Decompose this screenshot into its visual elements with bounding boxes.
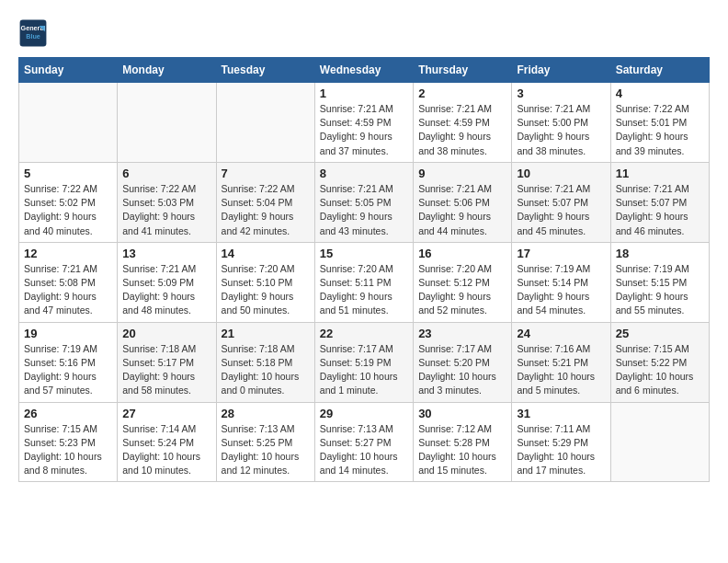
day-info: Sunrise: 7:15 AM Sunset: 5:23 PM Dayligh… <box>24 422 112 478</box>
day-number: 15 <box>320 247 408 260</box>
calendar-cell: 20Sunrise: 7:18 AM Sunset: 5:17 PM Dayli… <box>118 322 216 402</box>
day-info: Sunrise: 7:11 AM Sunset: 5:29 PM Dayligh… <box>517 422 605 478</box>
day-number: 30 <box>418 407 506 420</box>
day-info: Sunrise: 7:17 AM Sunset: 5:20 PM Dayligh… <box>418 342 506 398</box>
calendar-cell <box>118 83 216 163</box>
calendar-cell: 23Sunrise: 7:17 AM Sunset: 5:20 PM Dayli… <box>414 322 512 402</box>
calendar-cell: 16Sunrise: 7:20 AM Sunset: 5:12 PM Dayli… <box>414 242 512 322</box>
day-number: 28 <box>222 407 310 420</box>
calendar-cell <box>610 402 709 482</box>
day-number: 19 <box>24 327 112 340</box>
day-number: 26 <box>24 407 112 420</box>
calendar-cell: 8Sunrise: 7:21 AM Sunset: 5:05 PM Daylig… <box>314 162 413 242</box>
day-number: 20 <box>122 327 210 340</box>
calendar-table: SundayMondayTuesdayWednesdayThursdayFrid… <box>18 57 710 482</box>
calendar-cell: 7Sunrise: 7:22 AM Sunset: 5:04 PM Daylig… <box>216 162 314 242</box>
day-info: Sunrise: 7:21 AM Sunset: 5:06 PM Dayligh… <box>418 182 506 238</box>
day-number: 13 <box>122 247 210 260</box>
week-row-4: 19Sunrise: 7:19 AM Sunset: 5:16 PM Dayli… <box>19 322 710 402</box>
day-number: 24 <box>517 327 605 340</box>
day-number: 5 <box>24 167 112 180</box>
day-info: Sunrise: 7:21 AM Sunset: 4:59 PM Dayligh… <box>320 102 408 158</box>
calendar-cell: 9Sunrise: 7:21 AM Sunset: 5:06 PM Daylig… <box>414 162 512 242</box>
weekday-header-monday: Monday <box>118 58 216 83</box>
day-info: Sunrise: 7:13 AM Sunset: 5:25 PM Dayligh… <box>222 422 310 478</box>
weekday-header-thursday: Thursday <box>414 58 512 83</box>
day-number: 1 <box>320 86 408 100</box>
calendar-cell: 1Sunrise: 7:21 AM Sunset: 4:59 PM Daylig… <box>314 83 413 163</box>
calendar-cell: 30Sunrise: 7:12 AM Sunset: 5:28 PM Dayli… <box>414 402 512 482</box>
day-number: 6 <box>122 167 210 180</box>
day-info: Sunrise: 7:20 AM Sunset: 5:12 PM Dayligh… <box>418 262 506 318</box>
calendar-cell: 27Sunrise: 7:14 AM Sunset: 5:24 PM Dayli… <box>118 402 216 482</box>
calendar-cell: 21Sunrise: 7:18 AM Sunset: 5:18 PM Dayli… <box>216 322 314 402</box>
day-info: Sunrise: 7:21 AM Sunset: 5:07 PM Dayligh… <box>616 182 704 238</box>
calendar-cell: 25Sunrise: 7:15 AM Sunset: 5:22 PM Dayli… <box>610 322 709 402</box>
calendar-cell: 2Sunrise: 7:21 AM Sunset: 4:59 PM Daylig… <box>414 83 512 163</box>
weekday-header-wednesday: Wednesday <box>314 58 413 83</box>
svg-text:Blue: Blue <box>26 32 40 40</box>
day-number: 3 <box>517 86 605 100</box>
day-number: 23 <box>418 327 506 340</box>
calendar-cell: 10Sunrise: 7:21 AM Sunset: 5:07 PM Dayli… <box>512 162 610 242</box>
day-number: 8 <box>320 167 408 180</box>
day-number: 14 <box>222 247 310 260</box>
weekday-header-row: SundayMondayTuesdayWednesdayThursdayFrid… <box>19 58 710 83</box>
day-info: Sunrise: 7:22 AM Sunset: 5:03 PM Dayligh… <box>122 182 210 238</box>
day-number: 29 <box>320 407 408 420</box>
calendar-cell: 31Sunrise: 7:11 AM Sunset: 5:29 PM Dayli… <box>512 402 610 482</box>
calendar-cell: 5Sunrise: 7:22 AM Sunset: 5:02 PM Daylig… <box>19 162 118 242</box>
day-info: Sunrise: 7:22 AM Sunset: 5:04 PM Dayligh… <box>222 182 310 238</box>
day-info: Sunrise: 7:21 AM Sunset: 5:00 PM Dayligh… <box>517 102 605 158</box>
calendar-cell: 11Sunrise: 7:21 AM Sunset: 5:07 PM Dayli… <box>610 162 709 242</box>
calendar-cell: 29Sunrise: 7:13 AM Sunset: 5:27 PM Dayli… <box>314 402 413 482</box>
day-number: 22 <box>320 327 408 340</box>
day-info: Sunrise: 7:13 AM Sunset: 5:27 PM Dayligh… <box>320 422 408 478</box>
day-info: Sunrise: 7:16 AM Sunset: 5:21 PM Dayligh… <box>517 342 605 398</box>
calendar-cell: 14Sunrise: 7:20 AM Sunset: 5:10 PM Dayli… <box>216 242 314 322</box>
day-number: 31 <box>517 407 605 420</box>
calendar-cell <box>216 83 314 163</box>
day-number: 18 <box>616 247 704 260</box>
logo-icon: General Blue <box>18 18 48 48</box>
calendar-cell: 19Sunrise: 7:19 AM Sunset: 5:16 PM Dayli… <box>19 322 118 402</box>
day-info: Sunrise: 7:21 AM Sunset: 5:09 PM Dayligh… <box>122 262 210 318</box>
day-info: Sunrise: 7:17 AM Sunset: 5:19 PM Dayligh… <box>320 342 408 398</box>
day-info: Sunrise: 7:21 AM Sunset: 4:59 PM Dayligh… <box>418 102 506 158</box>
calendar-cell: 24Sunrise: 7:16 AM Sunset: 5:21 PM Dayli… <box>512 322 610 402</box>
logo: General Blue <box>18 18 48 48</box>
day-number: 12 <box>24 247 112 260</box>
day-info: Sunrise: 7:22 AM Sunset: 5:02 PM Dayligh… <box>24 182 112 238</box>
day-info: Sunrise: 7:20 AM Sunset: 5:10 PM Dayligh… <box>222 262 310 318</box>
day-number: 16 <box>418 247 506 260</box>
day-info: Sunrise: 7:21 AM Sunset: 5:07 PM Dayligh… <box>517 182 605 238</box>
day-info: Sunrise: 7:22 AM Sunset: 5:01 PM Dayligh… <box>616 102 704 158</box>
weekday-header-tuesday: Tuesday <box>216 58 314 83</box>
week-row-1: 1Sunrise: 7:21 AM Sunset: 4:59 PM Daylig… <box>19 83 710 163</box>
day-info: Sunrise: 7:21 AM Sunset: 5:05 PM Dayligh… <box>320 182 408 238</box>
day-number: 21 <box>222 327 310 340</box>
day-info: Sunrise: 7:18 AM Sunset: 5:18 PM Dayligh… <box>222 342 310 398</box>
calendar-cell: 13Sunrise: 7:21 AM Sunset: 5:09 PM Dayli… <box>118 242 216 322</box>
weekday-header-friday: Friday <box>512 58 610 83</box>
day-number: 17 <box>517 247 605 260</box>
weekday-header-sunday: Sunday <box>19 58 118 83</box>
calendar-cell: 17Sunrise: 7:19 AM Sunset: 5:14 PM Dayli… <box>512 242 610 322</box>
calendar-cell: 18Sunrise: 7:19 AM Sunset: 5:15 PM Dayli… <box>610 242 709 322</box>
weekday-header-saturday: Saturday <box>610 58 709 83</box>
day-number: 2 <box>418 86 506 100</box>
day-info: Sunrise: 7:12 AM Sunset: 5:28 PM Dayligh… <box>418 422 506 478</box>
calendar-cell: 3Sunrise: 7:21 AM Sunset: 5:00 PM Daylig… <box>512 83 610 163</box>
day-info: Sunrise: 7:20 AM Sunset: 5:11 PM Dayligh… <box>320 262 408 318</box>
calendar-cell <box>19 83 118 163</box>
week-row-3: 12Sunrise: 7:21 AM Sunset: 5:08 PM Dayli… <box>19 242 710 322</box>
calendar-page: General Blue SundayMondayTuesdayWednesda… <box>0 0 728 491</box>
header: General Blue <box>18 18 710 48</box>
day-info: Sunrise: 7:15 AM Sunset: 5:22 PM Dayligh… <box>616 342 704 398</box>
day-number: 25 <box>616 327 704 340</box>
day-info: Sunrise: 7:14 AM Sunset: 5:24 PM Dayligh… <box>122 422 210 478</box>
week-row-2: 5Sunrise: 7:22 AM Sunset: 5:02 PM Daylig… <box>19 162 710 242</box>
calendar-cell: 15Sunrise: 7:20 AM Sunset: 5:11 PM Dayli… <box>314 242 413 322</box>
calendar-cell: 4Sunrise: 7:22 AM Sunset: 5:01 PM Daylig… <box>610 83 709 163</box>
day-info: Sunrise: 7:21 AM Sunset: 5:08 PM Dayligh… <box>24 262 112 318</box>
